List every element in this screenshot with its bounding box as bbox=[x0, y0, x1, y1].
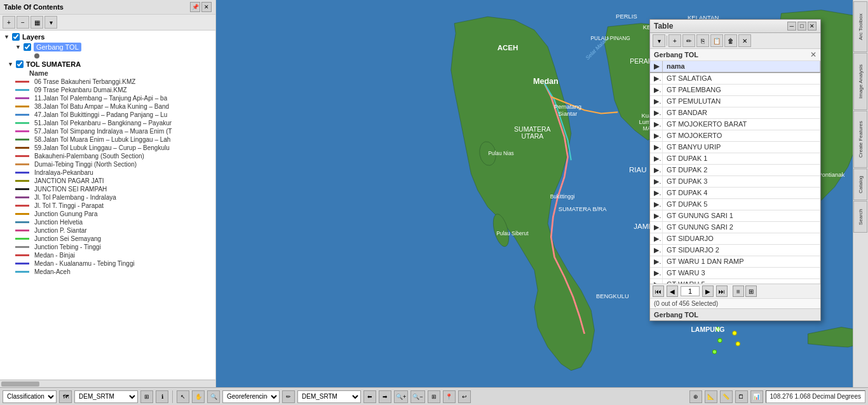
toc-layer-item[interactable]: JUNCTION SEI RAMPAH bbox=[14, 185, 214, 193]
toc-layer-item[interactable]: Medan - Kualanamu - Tebing Tinggi bbox=[14, 259, 214, 268]
toc-hscroll-thumb[interactable] bbox=[1, 381, 39, 387]
tol-sumatera-checkbox[interactable] bbox=[16, 60, 24, 68]
tol-sumatera-header[interactable]: ▼ TOL SUMATERA bbox=[6, 60, 214, 69]
table-layer-close[interactable]: ✕ bbox=[810, 50, 817, 59]
toc-layer-item[interactable]: JANCTION PAGAR JATI bbox=[14, 177, 214, 185]
table-options-btn[interactable]: ▾ bbox=[653, 34, 665, 47]
toc-layer-item[interactable]: Bakauheni-Palembang (South Section) bbox=[14, 152, 214, 160]
toc-layer-item[interactable]: 59.Jalan Tol Lubuk Linggau – Curup – Ben… bbox=[14, 144, 214, 152]
table-row[interactable]: ▶ GT BANDAR bbox=[650, 107, 820, 119]
table-row[interactable]: ▶ GT WARU 3 bbox=[650, 268, 820, 279]
table-add-btn[interactable]: + bbox=[668, 34, 681, 47]
table-row[interactable]: ▶ GT PEMULUTAN bbox=[650, 96, 820, 107]
nav-btn5[interactable]: ⊞ bbox=[428, 390, 440, 403]
nav-btn1[interactable]: ⬅ bbox=[363, 390, 376, 403]
georef-dropdown[interactable]: Georeferencing bbox=[222, 390, 280, 403]
table-row[interactable]: ▶ GT WARU 5 bbox=[650, 279, 820, 284]
gerbang-tol-item[interactable]: ▼ Gerbang TOL bbox=[14, 42, 214, 52]
table-view-btn1[interactable]: ≡ bbox=[733, 285, 744, 297]
cursor-btn[interactable]: ↖ bbox=[177, 390, 189, 403]
toc-layer-item[interactable]: 06 Trase Bakauheni Terbanggi.KMZ bbox=[14, 78, 214, 86]
table-row[interactable]: ▶ GT DUPAK 2 bbox=[650, 165, 820, 176]
toc-layer-item[interactable]: 11.Jalan Tol Palembang – Tanjung Api-Api… bbox=[14, 94, 214, 102]
toc-layer-item[interactable]: Junction Gunung Para bbox=[14, 210, 214, 218]
table-row[interactable]: ▶ GT DUPAK 1 bbox=[650, 153, 820, 165]
table-row[interactable]: ▶ GT DUPAK 4 bbox=[650, 188, 820, 199]
grid-btn[interactable]: ⊞ bbox=[140, 390, 153, 403]
table-row[interactable]: ▶ GT GUNUNG SARI 2 bbox=[650, 222, 820, 233]
dem-srtm-select[interactable]: DEM_SRTM bbox=[74, 390, 138, 403]
tool-btn2[interactable]: 📐 bbox=[705, 390, 717, 403]
dem-srtm2-select[interactable]: DEM_SRTM bbox=[297, 390, 361, 403]
image-analysis-btn[interactable]: Image Analysis bbox=[853, 53, 867, 110]
toc-layer-item[interactable]: Jl. Tol Palembang - Indralaya bbox=[14, 193, 214, 202]
toc-group-btn[interactable]: ▦ bbox=[31, 16, 43, 29]
layers-checkbox[interactable] bbox=[12, 33, 20, 41]
table-first-btn[interactable]: ⏮ bbox=[653, 285, 664, 297]
table-row[interactable]: ▶ GT PALEMBANG bbox=[650, 85, 820, 96]
toc-pin-btn[interactable]: 📌 bbox=[190, 2, 200, 12]
gerbang-tol-checkbox[interactable] bbox=[24, 43, 31, 51]
toc-options-btn[interactable]: ▾ bbox=[44, 16, 57, 29]
table-row[interactable]: ▶ GT SIDUARJO 2 bbox=[650, 245, 820, 256]
dem-icon[interactable]: 🗺 bbox=[59, 390, 72, 403]
toc-close-btn[interactable]: ✕ bbox=[201, 2, 212, 12]
table-minimize-btn[interactable]: ─ bbox=[787, 22, 796, 31]
toc-layer-item[interactable]: Junction Tebing - Tinggi bbox=[14, 243, 214, 251]
toc-layer-item[interactable]: Junction Sei Semayang bbox=[14, 235, 214, 243]
tool-btn3[interactable]: 📏 bbox=[720, 390, 733, 403]
table-next-btn[interactable]: ▶ bbox=[702, 285, 714, 297]
toc-layer-item[interactable]: Jl. Tol T. Tinggi - Parapat bbox=[14, 202, 214, 210]
table-delete-btn[interactable]: 🗑 bbox=[724, 34, 737, 47]
nav-btn4[interactable]: 🔍− bbox=[410, 390, 424, 403]
toc-add-btn[interactable]: + bbox=[3, 16, 15, 29]
toc-layer-item[interactable]: 51.Jalan Tol Pekanbaru – Bangkinang – Pa… bbox=[14, 119, 214, 127]
table-row[interactable]: ▶ GT MOJOKERTO BARAT bbox=[650, 119, 820, 130]
toc-layer-item[interactable]: Junction Helvetia bbox=[14, 218, 214, 226]
edit-btn[interactable]: ✏ bbox=[282, 390, 295, 403]
layers-header[interactable]: ▼ Layers bbox=[1, 32, 214, 42]
tool-btn1[interactable]: ⊕ bbox=[689, 390, 702, 403]
toc-layer-item[interactable]: Junction P. Siantar bbox=[14, 226, 214, 235]
toc-layer-item[interactable]: 58.Jalan Tol Muara Enim – Lubuk Linggau … bbox=[14, 135, 214, 144]
nav-btn7[interactable]: ↩ bbox=[458, 390, 471, 403]
info-btn[interactable]: ℹ bbox=[156, 390, 168, 403]
arc-toolbox-btn[interactable]: Arc Toolbox bbox=[853, 1, 867, 52]
table-last-btn[interactable]: ⏭ bbox=[716, 285, 728, 297]
table-copy-btn[interactable]: ⎘ bbox=[696, 34, 709, 47]
toc-layer-item[interactable]: Medan - Binjai bbox=[14, 251, 214, 259]
pan-btn[interactable]: ✋ bbox=[192, 390, 205, 403]
table-row[interactable]: ▶ GT SIDUARJO bbox=[650, 233, 820, 245]
table-restore-btn[interactable]: □ bbox=[797, 22, 806, 31]
table-edit-btn[interactable]: ✏ bbox=[682, 34, 695, 47]
table-row[interactable]: ▶ GT SALATIGA bbox=[650, 73, 820, 85]
toc-layer-item[interactable]: 38.Jalan Tol Batu Ampar – Muka Kuning – … bbox=[14, 102, 214, 111]
nav-btn6[interactable]: 📍 bbox=[443, 390, 456, 403]
nav-btn3[interactable]: 🔍+ bbox=[394, 390, 408, 403]
table-row[interactable]: ▶ GT BANYU URIP bbox=[650, 142, 820, 153]
toc-hscroll[interactable] bbox=[0, 380, 215, 387]
toc-remove-btn[interactable]: − bbox=[17, 16, 29, 29]
create-features-btn[interactable]: Create Features bbox=[853, 111, 867, 168]
toc-layer-item[interactable]: Medan-Aceh bbox=[14, 268, 214, 276]
table-row[interactable]: ▶ GT DUPAK 5 bbox=[650, 199, 820, 210]
table-clear-btn[interactable]: ✕ bbox=[738, 34, 751, 47]
tool-btn5[interactable]: 📊 bbox=[750, 390, 763, 403]
table-row[interactable]: ▶ GT GUNUNG SARI 1 bbox=[650, 210, 820, 222]
gerbang-tol-label[interactable]: Gerbang TOL bbox=[34, 43, 81, 51]
table-col-name[interactable]: nama bbox=[663, 61, 820, 72]
zoom-in-btn[interactable]: 🔍 bbox=[207, 390, 220, 403]
table-close-btn[interactable]: ✕ bbox=[808, 22, 817, 31]
toc-layer-item[interactable]: 57.Jalan Tol Simpang Indralaya – Muara E… bbox=[14, 127, 214, 135]
map-container[interactable]: Selat Malaka ACEH Medan Pematang Siantar… bbox=[216, 0, 853, 387]
tool-btn4[interactable]: 🗒 bbox=[735, 390, 748, 403]
nav-btn2[interactable]: ➡ bbox=[379, 390, 391, 403]
table-row[interactable]: ▶ GT WARU 1 DAN RAMP bbox=[650, 256, 820, 268]
toc-layer-item[interactable]: Dumai-Tebing Tinggi (North Section) bbox=[14, 160, 214, 168]
search-btn[interactable]: Search bbox=[853, 201, 867, 233]
catalog-btn[interactable]: Catalog bbox=[853, 168, 867, 200]
toc-layer-item[interactable]: Indralaya-Pekanbaru bbox=[14, 168, 214, 177]
toc-layer-item[interactable]: 09 Trase Pekanbaru Dumai.KMZ bbox=[14, 86, 214, 94]
table-page-input[interactable] bbox=[681, 286, 700, 296]
toc-layer-item[interactable]: 47.Jalan Tol Bukittinggi – Padang Panjan… bbox=[14, 111, 214, 119]
